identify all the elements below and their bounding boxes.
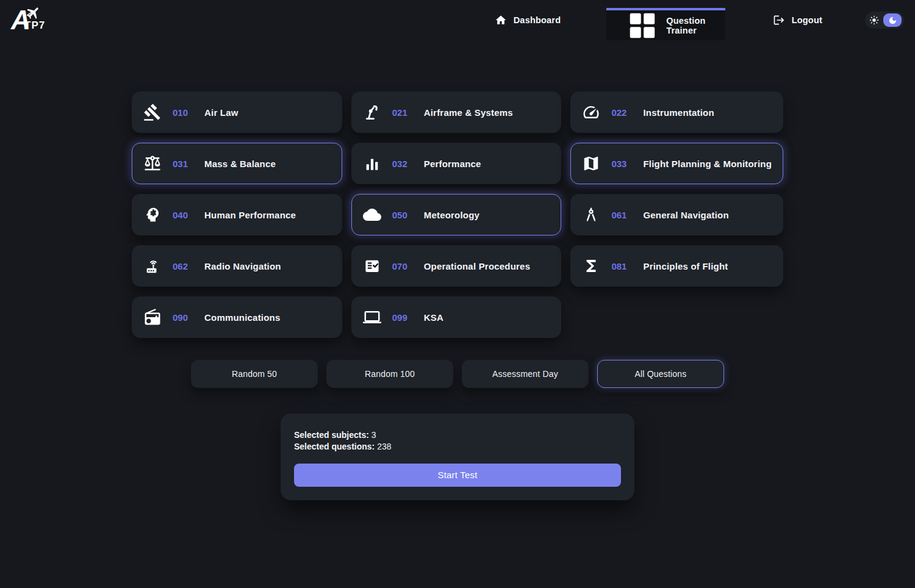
theme-toggle[interactable]: [865, 12, 904, 29]
subject-title: Human Performance: [204, 210, 296, 220]
subject-card-090[interactable]: 090Communications: [132, 296, 342, 338]
subject-card-010[interactable]: 010Air Law: [132, 91, 342, 133]
subject-title: Instrumentation: [643, 107, 714, 118]
subject-code: 031: [173, 159, 192, 169]
subject-code: 033: [611, 159, 631, 169]
subject-title: Communications: [204, 312, 280, 323]
subject-title: Air Law: [204, 107, 239, 118]
subject-title: Mass & Balance: [204, 159, 276, 169]
subject-title: Flight Planning & Monitoring: [643, 159, 772, 169]
sigma-icon: [582, 257, 600, 275]
selected-questions-value: 238: [377, 442, 391, 451]
subject-card-021[interactable]: 021Airframe & Systems: [351, 91, 562, 133]
subject-title: Airframe & Systems: [424, 107, 513, 118]
subject-card-040[interactable]: 040Human Performance: [132, 194, 342, 235]
main-nav: Dashboard Question Trainer Logout: [483, 0, 915, 40]
nav-dashboard[interactable]: Dashboard: [483, 0, 573, 40]
subject-code: 022: [611, 107, 631, 118]
nav-question-trainer[interactable]: Question Trainer: [606, 8, 725, 40]
subject-title: Principles of Flight: [643, 261, 728, 271]
subject-card-062[interactable]: 062Radio Navigation: [132, 245, 342, 287]
subject-code: 099: [392, 312, 412, 323]
app-logo[interactable]: A TP7: [10, 4, 52, 37]
selected-subjects-label: Selected subjects:: [294, 430, 369, 440]
subject-title: Meteorology: [424, 210, 479, 220]
quick-button-all-questions[interactable]: All Questions: [597, 360, 724, 388]
balance-scale-icon: [143, 154, 162, 173]
subject-card-070[interactable]: 070Operational Procedures: [351, 245, 562, 287]
logout-icon: [773, 14, 785, 26]
home-icon: [495, 14, 507, 26]
selected-questions-label: Selected questions:: [294, 442, 375, 451]
subject-code: 010: [173, 107, 192, 118]
nav-logout[interactable]: Logout: [761, 0, 834, 40]
subject-title: Operational Procedures: [424, 261, 530, 271]
gavel-icon: [143, 103, 162, 121]
subject-code: 090: [173, 312, 192, 323]
subject-code: 021: [392, 107, 412, 118]
bar-chart-icon: [363, 154, 381, 173]
subject-code: 081: [611, 261, 631, 271]
drafting-compass-icon: [582, 206, 600, 224]
selected-questions-line: Selected questions: 238: [294, 441, 621, 453]
subject-code: 040: [173, 210, 192, 220]
quick-button-random-100[interactable]: Random 100: [326, 360, 453, 388]
sun-icon[interactable]: [867, 13, 881, 27]
subject-card-032[interactable]: 032Performance: [351, 143, 562, 184]
cloud-icon: [363, 206, 381, 224]
header: A TP7 Dashboard Question Trainer: [0, 0, 915, 40]
radio-antenna-icon: [143, 257, 162, 275]
subject-code: 050: [392, 210, 412, 220]
grid-icon: [626, 9, 659, 42]
selected-subjects-value: 3: [371, 430, 376, 440]
selection-summary-panel: Selected subjects: 3 Selected questions:…: [281, 414, 634, 500]
map-icon: [582, 154, 600, 173]
subject-title: KSA: [424, 312, 443, 323]
checklist-icon: [363, 257, 381, 275]
subject-code: 032: [392, 159, 412, 169]
plane-icon: [26, 5, 41, 21]
subject-card-061[interactable]: 061General Navigation: [570, 194, 783, 235]
subject-card-081[interactable]: 081Principles of Flight: [570, 245, 783, 287]
radio-icon: [143, 308, 162, 326]
psychology-icon: [143, 206, 162, 224]
subject-title: Performance: [424, 159, 481, 169]
subject-card-050[interactable]: 050Meteorology: [351, 194, 562, 235]
quick-buttons-row: Random 50Random 100Assessment DayAll Que…: [0, 360, 915, 388]
subject-card-031[interactable]: 031Mass & Balance: [132, 143, 342, 184]
logo-suffix: TP7: [24, 20, 45, 32]
laptop-icon: [363, 308, 381, 326]
subject-title: Radio Navigation: [204, 261, 281, 271]
subject-code: 070: [392, 261, 412, 271]
nav-dashboard-label: Dashboard: [514, 15, 561, 25]
subject-card-033[interactable]: 033Flight Planning & Monitoring: [570, 143, 783, 184]
subject-title: General Navigation: [643, 210, 728, 220]
nav-logout-label: Logout: [792, 15, 822, 25]
subject-card-099[interactable]: 099KSA: [351, 296, 562, 338]
subject-grid: 010Air Law021Airframe & Systems022Instru…: [132, 91, 783, 338]
subject-card-022[interactable]: 022Instrumentation: [570, 91, 783, 133]
quick-button-assessment-day[interactable]: Assessment Day: [462, 360, 589, 388]
start-test-button[interactable]: Start Test: [294, 464, 621, 487]
subject-code: 062: [173, 261, 192, 271]
nav-question-trainer-label: Question Trainer: [666, 16, 705, 35]
robotic-arm-icon: [363, 103, 381, 121]
gauge-icon: [582, 103, 600, 121]
quick-button-random-50[interactable]: Random 50: [191, 360, 318, 388]
moon-icon[interactable]: [883, 13, 902, 27]
selected-subjects-line: Selected subjects: 3: [294, 429, 621, 441]
subject-code: 061: [611, 210, 631, 220]
